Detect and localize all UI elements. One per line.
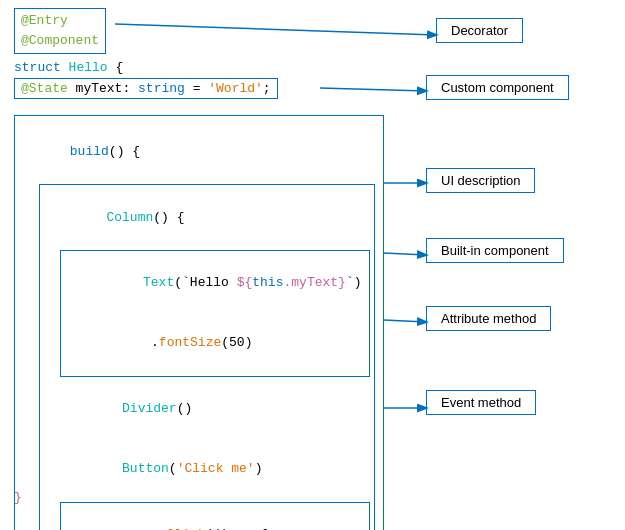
text-this: this <box>252 275 283 290</box>
button-rparen: ) <box>255 461 263 476</box>
state-val: 'World' <box>208 81 263 96</box>
svg-line-4 <box>384 320 426 322</box>
struct-keyword: struct <box>14 60 69 75</box>
column-line: Column() { <box>44 187 370 247</box>
column-fn: Column <box>106 210 153 225</box>
state-semi: ; <box>263 81 271 96</box>
divider-parens: () <box>177 401 193 416</box>
text-fn: Text <box>143 275 174 290</box>
svg-line-0 <box>115 24 436 35</box>
column-parens: () { <box>153 210 184 225</box>
build-line: build() { <box>23 122 375 182</box>
build-parens: () { <box>109 144 140 159</box>
custom-component-label: Custom component <box>426 75 569 100</box>
fontsize-line: .fontSize(50) <box>65 313 365 373</box>
text-ui-box: Text(`Hello ${this.myText}`) .fontSize(5… <box>60 250 370 377</box>
column-box: Column() { Text(`Hello ${this.myText}`) … <box>39 184 375 530</box>
button-fn: Button <box>106 461 168 476</box>
text-interp: ${ <box>237 275 253 290</box>
button-lparen: ( <box>169 461 177 476</box>
struct-name: Hello <box>69 60 116 75</box>
onclick-box: .onClick(() => { this.myText = 'ArkUI' }… <box>60 502 370 530</box>
state-var: myText <box>76 81 123 96</box>
button-arg: 'Click me' <box>177 461 255 476</box>
build-keyword: build <box>70 144 109 159</box>
divider-line: Divider() <box>44 379 370 439</box>
attribute-method-label: Attribute method <box>426 306 551 331</box>
main-code-box: build() { Column() { Text(`Hello ${this.… <box>14 115 384 530</box>
fontsize-fn: fontSize <box>159 335 221 350</box>
text-line: Text(`Hello ${this.myText}`) <box>65 253 365 313</box>
diagram-container: @Entry @Component struct Hello { @State … <box>0 0 625 530</box>
state-colon: : <box>122 81 138 96</box>
fontsize-args: (50) <box>221 335 252 350</box>
onclick-line: .onClick(() => { <box>65 505 365 530</box>
text-backtick1: (`Hello <box>174 275 236 290</box>
svg-line-1 <box>320 88 426 91</box>
outer-close: } <box>14 490 22 505</box>
state-type: string <box>138 81 185 96</box>
state-eq: = <box>185 81 208 96</box>
decorator1-line: @Entry <box>21 11 99 31</box>
text-backtick2: `) <box>346 275 362 290</box>
fontsize-dot: . <box>143 335 159 350</box>
decorator-label: Decorator <box>436 18 523 43</box>
svg-line-3 <box>384 253 426 255</box>
state-decorator: @State <box>21 81 76 96</box>
divider-fn: Divider <box>106 401 176 416</box>
state-box: @State myText: string = 'World'; <box>14 78 278 99</box>
button-line: Button('Click me') <box>44 439 370 499</box>
struct-brace: { <box>115 60 123 75</box>
event-method-label: Event method <box>426 390 536 415</box>
decorator-box: @Entry @Component <box>14 8 106 54</box>
built-in-component-label: Built-in component <box>426 238 564 263</box>
ui-description-label: UI description <box>426 168 535 193</box>
text-dot: .myText} <box>283 275 345 290</box>
decorator2-line: @Component <box>21 31 99 51</box>
struct-line: struct Hello { <box>14 60 123 75</box>
